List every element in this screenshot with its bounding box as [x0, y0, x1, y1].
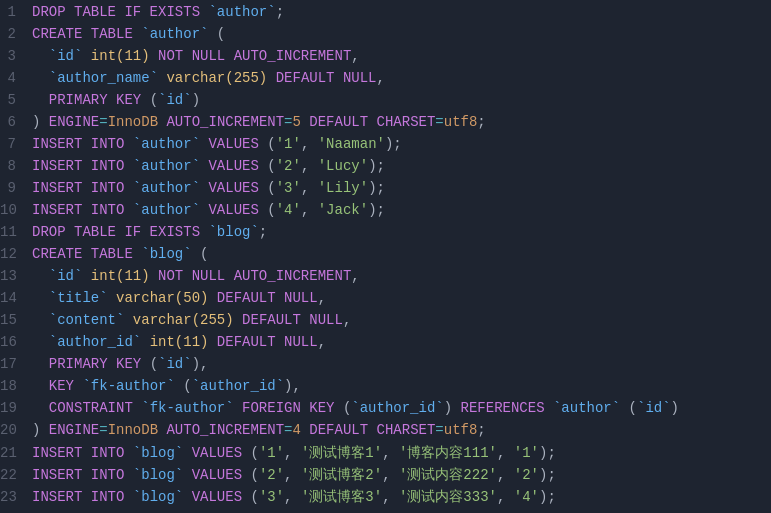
code-line: 13 `id` int(11) NOT NULL AUTO_INCREMENT, — [0, 268, 771, 290]
code-line: 9INSERT INTO `author` VALUES ('3', 'Lily… — [0, 180, 771, 202]
line-number: 14 — [0, 290, 32, 306]
line-content: `title` varchar(50) DEFAULT NULL, — [32, 290, 326, 306]
line-content: `author_id` int(11) DEFAULT NULL, — [32, 334, 326, 350]
code-line: 1DROP TABLE IF EXISTS `author`; — [0, 4, 771, 26]
code-line: 20) ENGINE=InnoDB AUTO_INCREMENT=4 DEFAU… — [0, 422, 771, 444]
line-number: 18 — [0, 378, 32, 394]
line-number: 13 — [0, 268, 32, 284]
line-number: 7 — [0, 136, 32, 152]
code-line: 16 `author_id` int(11) DEFAULT NULL, — [0, 334, 771, 356]
line-content: INSERT INTO `blog` VALUES ('1', '测试博客1',… — [32, 444, 556, 462]
line-content: PRIMARY KEY (`id`) — [32, 92, 200, 108]
line-content: CREATE TABLE `author` ( — [32, 26, 225, 42]
line-number: 8 — [0, 158, 32, 174]
code-line: 5 PRIMARY KEY (`id`) — [0, 92, 771, 114]
line-number: 1 — [0, 4, 32, 20]
line-number: 9 — [0, 180, 32, 196]
code-line: 10INSERT INTO `author` VALUES ('4', 'Jac… — [0, 202, 771, 224]
line-number: 12 — [0, 246, 32, 262]
code-line: 21INSERT INTO `blog` VALUES ('1', '测试博客1… — [0, 444, 771, 466]
line-number: 11 — [0, 224, 32, 240]
line-content: KEY `fk-author` (`author_id`), — [32, 378, 301, 394]
code-line: 7INSERT INTO `author` VALUES ('1', 'Naam… — [0, 136, 771, 158]
line-number: 6 — [0, 114, 32, 130]
code-line: 2CREATE TABLE `author` ( — [0, 26, 771, 48]
line-number: 10 — [0, 202, 32, 218]
code-line: 18 KEY `fk-author` (`author_id`), — [0, 378, 771, 400]
line-content: DROP TABLE IF EXISTS `author`; — [32, 4, 284, 20]
line-content: INSERT INTO `author` VALUES ('1', 'Naama… — [32, 136, 402, 152]
code-line: 6) ENGINE=InnoDB AUTO_INCREMENT=5 DEFAUL… — [0, 114, 771, 136]
line-content: CREATE TABLE `blog` ( — [32, 246, 208, 262]
code-line: 11DROP TABLE IF EXISTS `blog`; — [0, 224, 771, 246]
line-content: INSERT INTO `blog` VALUES ('3', '测试博客3',… — [32, 488, 556, 506]
line-number: 21 — [0, 445, 32, 461]
code-line: 19 CONSTRAINT `fk-author` FOREIGN KEY (`… — [0, 400, 771, 422]
code-line: 15 `content` varchar(255) DEFAULT NULL, — [0, 312, 771, 334]
code-line: 17 PRIMARY KEY (`id`), — [0, 356, 771, 378]
line-number: 23 — [0, 489, 32, 505]
line-content: INSERT INTO `author` VALUES ('2', 'Lucy'… — [32, 158, 385, 174]
code-line: 8INSERT INTO `author` VALUES ('2', 'Lucy… — [0, 158, 771, 180]
code-editor: 1DROP TABLE IF EXISTS `author`;2CREATE T… — [0, 0, 771, 513]
line-number: 16 — [0, 334, 32, 350]
line-content: `id` int(11) NOT NULL AUTO_INCREMENT, — [32, 48, 360, 64]
line-content: `content` varchar(255) DEFAULT NULL, — [32, 312, 351, 328]
line-content: DROP TABLE IF EXISTS `blog`; — [32, 224, 267, 240]
code-line: 23INSERT INTO `blog` VALUES ('3', '测试博客3… — [0, 488, 771, 510]
line-content: `author_name` varchar(255) DEFAULT NULL, — [32, 70, 385, 86]
line-content: ) ENGINE=InnoDB AUTO_INCREMENT=4 DEFAULT… — [32, 422, 486, 438]
line-content: ) ENGINE=InnoDB AUTO_INCREMENT=5 DEFAULT… — [32, 114, 486, 130]
line-content: INSERT INTO `author` VALUES ('3', 'Lily'… — [32, 180, 385, 196]
line-content: INSERT INTO `author` VALUES ('4', 'Jack'… — [32, 202, 385, 218]
code-line: 3 `id` int(11) NOT NULL AUTO_INCREMENT, — [0, 48, 771, 70]
code-line: 12CREATE TABLE `blog` ( — [0, 246, 771, 268]
code-line: 22INSERT INTO `blog` VALUES ('2', '测试博客2… — [0, 466, 771, 488]
line-number: 3 — [0, 48, 32, 64]
line-number: 5 — [0, 92, 32, 108]
code-line: 14 `title` varchar(50) DEFAULT NULL, — [0, 290, 771, 312]
line-content: `id` int(11) NOT NULL AUTO_INCREMENT, — [32, 268, 360, 284]
line-content: CONSTRAINT `fk-author` FOREIGN KEY (`aut… — [32, 400, 679, 416]
line-number: 4 — [0, 70, 32, 86]
line-number: 19 — [0, 400, 32, 416]
line-number: 22 — [0, 467, 32, 483]
line-number: 2 — [0, 26, 32, 42]
code-line: 4 `author_name` varchar(255) DEFAULT NUL… — [0, 70, 771, 92]
line-content: INSERT INTO `blog` VALUES ('2', '测试博客2',… — [32, 466, 556, 484]
line-number: 17 — [0, 356, 32, 372]
line-number: 15 — [0, 312, 32, 328]
line-number: 20 — [0, 422, 32, 438]
line-content: PRIMARY KEY (`id`), — [32, 356, 208, 372]
